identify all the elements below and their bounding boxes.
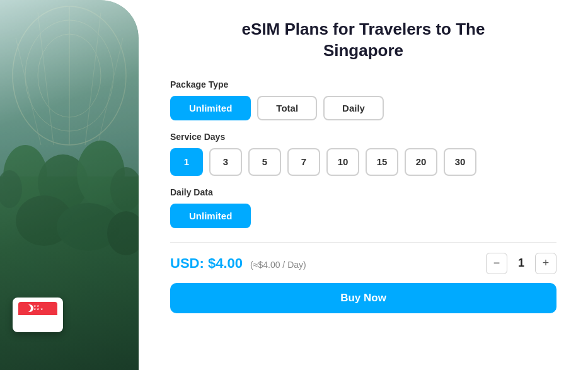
price-text: USD: $4.00 (≈$4.00 / Day)	[170, 255, 306, 271]
package-daily-button[interactable]: Daily	[323, 96, 384, 120]
price-row: USD: $4.00 (≈$4.00 / Day) − 1 +	[170, 242, 556, 274]
flag: ★ ★★ ★ ★	[18, 302, 57, 328]
flag-crescent	[23, 304, 31, 312]
package-total-button[interactable]: Total	[257, 96, 317, 120]
service-days-options: 1 3 5 7 10 15 20 30	[170, 148, 556, 176]
price-display: USD: $4.00 (≈$4.00 / Day)	[170, 255, 306, 272]
service-days-label: Service Days	[170, 132, 556, 142]
quantity-control: − 1 +	[486, 253, 556, 274]
day-15-button[interactable]: 15	[366, 148, 398, 176]
right-panel: eSIM Plans for Travelers to The Singapor…	[139, 0, 588, 370]
background-image: ★ ★★ ★ ★	[0, 0, 139, 370]
flag-red-half: ★ ★★ ★ ★	[18, 302, 57, 315]
day-10-button[interactable]: 10	[326, 148, 359, 176]
day-3-button[interactable]: 3	[209, 148, 242, 176]
page-title: eSIM Plans for Travelers to The Singapor…	[170, 19, 556, 62]
buy-now-button[interactable]: Buy Now	[170, 283, 556, 313]
daily-data-section: Daily Data Unlimited	[170, 187, 556, 228]
day-30-button[interactable]: 30	[444, 148, 476, 176]
quantity-value: 1	[515, 257, 527, 270]
country-flag-badge: ★ ★★ ★ ★	[13, 298, 63, 332]
quantity-increase-button[interactable]: +	[535, 253, 556, 274]
daily-data-label: Daily Data	[170, 187, 556, 197]
package-type-label: Package Type	[170, 79, 556, 90]
price-value: $4.00	[208, 255, 243, 271]
package-unlimited-button[interactable]: Unlimited	[170, 96, 251, 120]
package-type-section: Package Type Unlimited Total Daily	[170, 79, 556, 120]
quantity-decrease-button[interactable]: −	[486, 253, 507, 274]
left-panel: ★ ★★ ★ ★	[0, 0, 139, 370]
flag-white-half	[18, 315, 57, 328]
day-20-button[interactable]: 20	[405, 148, 437, 176]
data-unlimited-button[interactable]: Unlimited	[170, 204, 251, 228]
day-5-button[interactable]: 5	[248, 148, 281, 176]
service-days-section: Service Days 1 3 5 7 10 15 20 30	[170, 132, 556, 176]
daily-data-options: Unlimited	[170, 204, 556, 228]
day-7-button[interactable]: 7	[287, 148, 320, 176]
flag-stars: ★ ★★ ★ ★	[33, 304, 43, 311]
package-type-options: Unlimited Total Daily	[170, 96, 556, 120]
currency-label: USD:	[170, 255, 204, 271]
day-1-button[interactable]: 1	[170, 148, 203, 176]
price-per-day: (≈$4.00 / Day)	[250, 260, 306, 270]
